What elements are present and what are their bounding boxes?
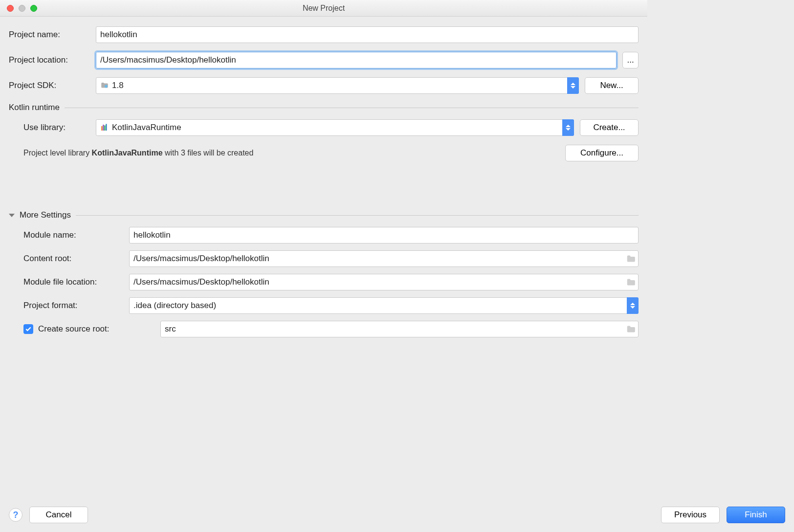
module-name-label: Module name: [23,230,129,240]
dropdown-arrows-icon [562,119,574,136]
svg-point-0 [105,85,108,88]
browse-folder-icon[interactable] [626,278,636,286]
project-name-row: Project name: [9,26,639,43]
library-icon [100,123,109,132]
project-format-select[interactable]: .idea (directory based) [129,297,639,314]
content-root-label: Content root: [23,254,129,264]
project-format-value: .idea (directory based) [133,301,216,310]
divider [76,215,639,216]
use-library-value: KotlinJavaRuntime [112,123,181,133]
library-info-text: Project level library KotlinJavaRuntime … [23,149,253,157]
project-location-input[interactable] [96,52,617,68]
browse-location-button[interactable]: ... [622,52,639,68]
kotlin-runtime-header: Kotlin runtime [9,103,639,112]
svg-rect-2 [103,125,104,131]
module-name-row: Module name: [23,227,639,244]
module-file-location-label: Module file location: [23,277,129,287]
more-settings-header[interactable]: More Settings [9,210,639,220]
svg-rect-4 [106,124,107,131]
content-root-input[interactable] [129,250,639,267]
project-name-label: Project name: [9,30,96,40]
project-format-row: Project format: .idea (directory based) [23,297,639,314]
browse-folder-icon[interactable] [626,325,636,333]
new-sdk-button[interactable]: New... [585,77,639,94]
dropdown-arrows-icon [567,77,579,94]
create-source-root-row: Create source root: [23,321,639,337]
use-library-select[interactable]: KotlinJavaRuntime [96,119,574,136]
project-location-row: Project location: ... [9,52,639,68]
svg-rect-3 [104,126,105,131]
browse-folder-icon[interactable] [626,255,636,263]
configure-library-button[interactable]: Configure... [565,145,639,161]
project-sdk-label: Project SDK: [9,81,96,90]
create-source-root-checkbox[interactable] [23,324,33,334]
project-sdk-row: Project SDK: 1.8 New... [9,77,639,94]
use-library-row: Use library: KotlinJavaRuntime [23,119,639,136]
library-info-row: Project level library KotlinJavaRuntime … [23,145,639,161]
project-location-label: Project location: [9,55,96,65]
project-sdk-select[interactable]: 1.8 [96,77,579,94]
titlebar: New Project [0,0,647,17]
module-file-location-row: Module file location: [23,274,639,290]
project-format-label: Project format: [23,301,129,310]
create-library-button[interactable]: Create... [580,119,639,136]
module-name-input[interactable] [129,227,639,244]
project-name-input[interactable] [96,26,639,43]
kotlin-runtime-label: Kotlin runtime [9,103,60,112]
folder-sdk-icon [100,81,109,90]
disclosure-triangle-icon [9,214,15,217]
create-source-root-label: Create source root: [38,324,110,334]
use-library-label: Use library: [23,123,96,133]
more-settings-label: More Settings [20,210,71,220]
project-sdk-value: 1.8 [112,81,124,90]
svg-rect-1 [101,126,102,131]
dropdown-arrows-icon [627,297,639,314]
source-root-input[interactable] [160,321,639,337]
divider [65,108,639,108]
module-file-location-input[interactable] [129,274,639,290]
window-title: New Project [0,4,647,13]
content-root-row: Content root: [23,250,639,267]
